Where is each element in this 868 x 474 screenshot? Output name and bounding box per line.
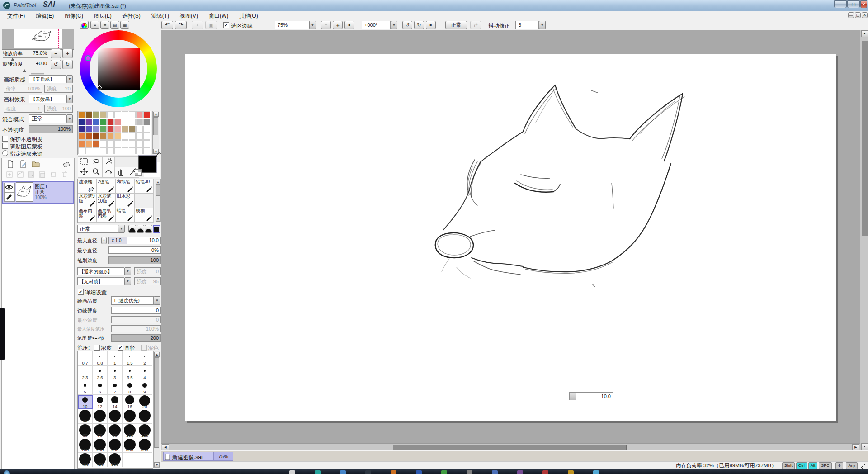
hue-ring-marker[interactable] <box>85 55 91 61</box>
selection-edge-checkbox[interactable]: ✔ <box>223 22 229 28</box>
taskbar-icon-7[interactable] <box>467 470 472 474</box>
brush-水彩笔9版[interactable]: 水彩笔9版 <box>78 194 97 208</box>
taskbar-icon-9[interactable] <box>517 470 523 474</box>
brush-texture-dropdown[interactable]: ▼ <box>124 277 131 285</box>
swatch-4-1[interactable] <box>85 140 92 147</box>
swatch-3-0[interactable] <box>78 133 85 140</box>
taskbar-icon-11[interactable] <box>568 470 574 474</box>
brush-size-20[interactable]: 20 <box>137 395 152 409</box>
color-wheel-toggle-button[interactable] <box>80 21 89 29</box>
brush-旧水彩[interactable]: 旧水彩 <box>116 194 135 208</box>
swatch-4-4[interactable] <box>107 140 114 147</box>
edge-shape-medium-button[interactable] <box>137 225 144 233</box>
brush-size-400[interactable]: 400 <box>78 453 93 467</box>
navigator-preview[interactable] <box>2 29 74 50</box>
clipping-mask-checkbox[interactable] <box>2 143 8 149</box>
swatch-4-6[interactable] <box>122 140 128 147</box>
brush-size-200[interactable]: 200 <box>93 438 108 453</box>
nav-zoom-slider[interactable] <box>3 57 48 58</box>
swatch-3-6[interactable] <box>122 133 128 140</box>
brush-size-70[interactable]: 70 <box>93 424 108 438</box>
brush-size-35[interactable]: 35 <box>108 409 123 424</box>
swatch-0-9[interactable] <box>143 111 150 118</box>
scroll-up-icon[interactable]: ▲ <box>861 30 868 37</box>
swatch-4-0[interactable] <box>78 140 85 147</box>
swatch-0-7[interactable] <box>129 111 136 118</box>
undo-button[interactable]: ↶ <box>161 21 173 29</box>
brush-texture-combo[interactable]: 【无材质】 <box>77 277 124 285</box>
density-slider[interactable]: 100 <box>108 256 161 264</box>
swatch-0-1[interactable] <box>85 111 92 118</box>
pressure-hard-soft-slider[interactable]: 200 <box>111 334 161 342</box>
swatch-3-2[interactable] <box>93 133 99 140</box>
magic-wand-tool[interactable] <box>102 156 115 167</box>
swatch-1-9[interactable] <box>143 118 150 125</box>
nav-rotate-ccw-button[interactable]: ↺ <box>51 60 61 69</box>
brush-size-0.8[interactable]: 0.8 <box>93 351 108 366</box>
swatch-panel-toggle-button[interactable]: ≡ <box>90 21 99 29</box>
hscroll-thumb[interactable] <box>393 445 627 450</box>
brush-铅笔30[interactable]: 铅笔30 <box>135 179 154 194</box>
rotate-view-tool[interactable] <box>102 167 115 178</box>
hand-tool[interactable] <box>114 167 127 178</box>
swatch-5-1[interactable] <box>85 147 92 154</box>
swatch-2-3[interactable] <box>100 126 107 133</box>
taskbar-icon-12[interactable] <box>593 470 599 474</box>
deselect-button[interactable]: ▫ <box>192 21 203 29</box>
pressure-diameter-checkbox[interactable]: ✔ <box>118 345 123 351</box>
scroll-right-icon[interactable]: ▶ <box>852 444 859 451</box>
edge-hardness-slider[interactable]: 0 <box>111 307 161 314</box>
swatch-4-2[interactable] <box>93 140 99 147</box>
swatch-5-0[interactable] <box>78 147 85 154</box>
document-tab[interactable]: 新建图像.sai 75% <box>163 452 233 461</box>
zoom-dropdown-button[interactable]: ▼ <box>309 21 316 29</box>
quality-dropdown[interactable]: ▼ <box>154 296 160 305</box>
layer-opacity-slider[interactable]: 100% <box>29 125 73 133</box>
brush-size-5[interactable]: 5 <box>78 380 93 395</box>
mdi-close-button[interactable]: ✕ <box>862 12 868 18</box>
swatch-4-7[interactable] <box>129 140 136 147</box>
zoom-reset-button[interactable]: ■ <box>344 21 354 29</box>
brush-size-60[interactable]: 60 <box>78 424 93 438</box>
swatch-4-8[interactable] <box>136 140 143 147</box>
rect-select-tool[interactable] <box>78 156 90 167</box>
brush-size-8[interactable]: 8 <box>123 380 137 395</box>
layer-blend-dropdown[interactable]: ▼ <box>66 114 73 123</box>
brush-模糊[interactable]: 模糊 <box>135 208 154 223</box>
canvas[interactable]: 10.0 <box>185 54 836 421</box>
swatch-1-3[interactable] <box>100 118 107 125</box>
brush-size-2[interactable]: 2 <box>137 351 152 366</box>
paper-effect-dropdown[interactable]: ▼ <box>66 95 73 103</box>
taskbar-icon-3[interactable] <box>365 470 371 474</box>
start-orb[interactable] <box>4 470 10 474</box>
brush-size-popup-slider[interactable]: 10.0 <box>569 392 613 400</box>
brush-size-50[interactable]: 50 <box>137 409 152 424</box>
angle-dropdown-button[interactable]: ▼ <box>391 21 397 29</box>
swatch-2-4[interactable] <box>107 126 114 133</box>
taskbar-icon-5[interactable] <box>416 470 422 474</box>
scroll-up-icon[interactable]: ▲ <box>156 180 160 185</box>
brush-size-1.5[interactable]: 1.5 <box>123 351 137 366</box>
window-minimize-button[interactable]: — <box>834 0 847 8</box>
canvas-hscrollbar[interactable]: ◀ ▶ <box>161 443 860 451</box>
mdi-restore-button[interactable]: ▢ <box>855 12 861 18</box>
brush-size-12[interactable]: 12 <box>93 395 108 409</box>
lasso-tool[interactable] <box>90 156 103 167</box>
taskbar-icon-2[interactable] <box>340 470 346 474</box>
swatch-4-9[interactable] <box>143 140 150 147</box>
diameter-unit-button[interactable]: ▪ <box>101 237 107 244</box>
swatch-0-3[interactable] <box>100 111 107 118</box>
angle-combo[interactable]: +000° <box>362 21 391 29</box>
swatch-2-7[interactable] <box>129 126 136 133</box>
rotate-reset-button[interactable]: ■ <box>426 21 436 29</box>
brush-shape-dropdown[interactable]: ▼ <box>124 267 131 275</box>
swatch-scrollbar[interactable]: ▲ ▼ <box>152 111 159 154</box>
redo-button[interactable]: ↷ <box>175 21 187 29</box>
swatch-0-5[interactable] <box>114 111 121 118</box>
stabilizer-dropdown-button[interactable]: ▼ <box>539 21 546 29</box>
brush-size-30[interactable]: 30 <box>93 409 108 424</box>
brush-size-25[interactable]: 25 <box>78 409 93 424</box>
swatch-1-0[interactable] <box>78 118 85 125</box>
brush-size-0.7[interactable]: 0.7 <box>78 351 93 366</box>
brush-size-100[interactable]: 100 <box>123 424 137 438</box>
